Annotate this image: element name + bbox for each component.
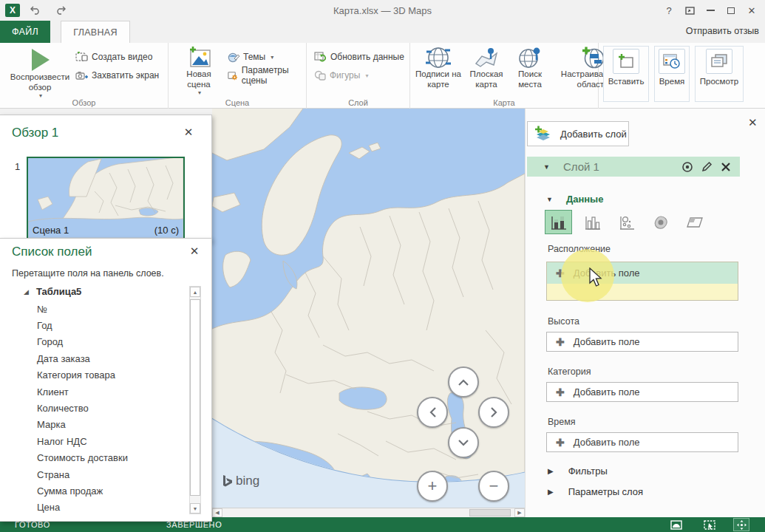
layer-pane-close-button[interactable]: ✕ — [748, 116, 758, 129]
layer-visibility-button[interactable] — [679, 162, 696, 172]
viz-stacked-column-button[interactable] — [545, 210, 572, 234]
viz-heatmap-button[interactable] — [647, 210, 674, 234]
refresh-data-label: Обновить данные — [330, 52, 404, 62]
capture-screen-label: Захватить экран — [92, 70, 159, 81]
field-item[interactable]: Стоимость доставки — [37, 450, 177, 466]
add-field-plus-icon: ✚ — [556, 336, 565, 348]
layer-header[interactable]: ▼ Слой 1 — [527, 157, 740, 177]
pan-down-button[interactable] — [448, 427, 479, 458]
maximize-button[interactable] — [721, 2, 741, 18]
map-labels-button[interactable]: Подписи на карте — [415, 46, 462, 89]
clustered-column-icon — [585, 215, 601, 230]
create-video-button[interactable]: Создать видео — [75, 50, 159, 64]
filters-expander[interactable]: ▶ Фильтры — [527, 466, 608, 477]
viz-bubble-button[interactable] — [613, 210, 640, 234]
data-section-label: Данные — [566, 194, 604, 205]
field-list-hint: Перетащите поля на панель слоев. — [12, 268, 164, 279]
viz-region-button[interactable] — [681, 210, 708, 234]
field-item[interactable]: Налог НДС — [37, 433, 177, 449]
time-button[interactable]: Время — [654, 46, 690, 102]
shapes-button[interactable]: Фигуры ▾ — [314, 68, 404, 83]
scrollbar-thumb[interactable] — [469, 509, 511, 516]
pan-move-icon — [736, 519, 747, 531]
redo-button[interactable] — [51, 3, 70, 18]
tour-panel-close-button[interactable]: ✕ — [182, 126, 195, 139]
layer-options-expander[interactable]: ▶ Параметры слоя — [527, 486, 643, 497]
field-item[interactable]: Страна — [37, 466, 177, 482]
field-item[interactable]: Количество — [37, 400, 177, 416]
preview-button[interactable]: Просмотр — [695, 46, 744, 102]
field-item[interactable]: Марка — [37, 417, 177, 433]
status-select-button[interactable] — [702, 519, 717, 531]
viz-clustered-column-button[interactable] — [579, 210, 606, 234]
excel-logo-icon: X — [5, 4, 20, 17]
restore-window-button[interactable] — [679, 2, 700, 18]
layer-rename-button[interactable] — [698, 161, 715, 172]
scroll-left-button[interactable]: ◀ — [212, 508, 222, 517]
find-location-label: Поиск места — [511, 69, 549, 89]
zoom-out-button[interactable]: − — [478, 471, 509, 502]
drop-zone-height[interactable]: ✚ Добавить поле — [546, 332, 738, 352]
drop-zone-time[interactable]: ✚ Добавить поле — [546, 432, 738, 452]
insert-scene-button[interactable]: Вставить — [603, 46, 649, 102]
close-icon — [721, 162, 731, 172]
map-horizontal-scrollbar[interactable]: ◀ ▶ — [212, 508, 525, 517]
play-icon — [29, 47, 51, 72]
new-scene-button[interactable]: Новая сцена ▾ — [176, 46, 222, 97]
scene-thumbnail[interactable]: Сцена 1 (10 с) — [27, 157, 185, 239]
field-item[interactable]: Дата заказа — [37, 350, 177, 366]
layer-delete-button[interactable] — [718, 162, 734, 172]
scroll-up-button[interactable]: ▲ — [190, 287, 200, 297]
field-item[interactable]: Категория товара — [37, 367, 177, 383]
help-button[interactable]: ? — [659, 2, 679, 18]
drop-zone-category[interactable]: ✚ Добавить поле — [546, 382, 738, 402]
status-pan-button[interactable] — [734, 519, 749, 531]
field-item[interactable]: № — [37, 301, 177, 317]
scroll-right-button[interactable]: ▶ — [514, 508, 525, 517]
field-list-close-button[interactable]: ✕ — [188, 245, 201, 258]
find-location-button[interactable]: Поиск места — [511, 46, 549, 89]
expand-icon: ▶ — [548, 467, 554, 475]
window-title: Карта.xlsx — 3D Maps — [0, 5, 765, 16]
field-list-scrollbar[interactable]: ▲ ▼ — [189, 286, 201, 514]
table-tree-node[interactable]: ◢ Таблица5 — [24, 286, 81, 297]
undo-icon — [30, 6, 41, 15]
field-item[interactable]: Клиент — [37, 383, 177, 400]
refresh-data-button[interactable]: Обновить данные — [314, 50, 404, 64]
flat-map-button[interactable]: Плоская карта — [464, 46, 509, 89]
tab-file[interactable]: ФАЙЛ — [0, 21, 50, 43]
field-item[interactable]: Сумма продаж — [37, 482, 177, 499]
scrollbar-thumb[interactable] — [190, 299, 200, 496]
add-field-plus-icon: ✚ — [556, 386, 565, 398]
play-tour-label: Воспроизвести обзор — [4, 72, 75, 92]
pan-up-button[interactable] — [448, 366, 479, 398]
scroll-down-button[interactable]: ▼ — [190, 503, 200, 514]
minimize-button[interactable] — [700, 2, 721, 18]
new-scene-label: Новая сцена — [176, 69, 222, 89]
pan-right-button[interactable] — [478, 397, 509, 428]
status-flat-view-button[interactable] — [669, 519, 684, 531]
undo-button[interactable] — [26, 3, 45, 18]
themes-button[interactable]: Темы ▾ — [228, 50, 306, 64]
collapse-icon: ▼ — [543, 163, 550, 171]
play-tour-button[interactable]: Воспроизвести обзор ▾ — [4, 47, 75, 100]
send-feedback-link[interactable]: Отправить отзыв — [686, 26, 759, 36]
ribbon-group-scene-tools: Вставить Время Просмотр — [599, 43, 765, 109]
video-icon — [75, 52, 88, 62]
field-item[interactable]: Цена — [37, 499, 177, 516]
tab-home[interactable]: ГЛАВНАЯ — [61, 21, 130, 43]
data-section-header[interactable]: ▼ Данные — [527, 194, 603, 205]
region-icon — [686, 215, 704, 230]
bing-icon — [222, 475, 233, 488]
field-item[interactable]: Город — [37, 334, 177, 350]
capture-screen-button[interactable]: Захватить экран — [75, 68, 159, 83]
zoom-in-button[interactable]: + — [417, 471, 448, 502]
map-viewport[interactable]: + − bing ◀ ▶ — [212, 109, 525, 517]
add-layer-button[interactable]: Добавить слой — [527, 121, 629, 146]
layer-pane: Добавить слой ✕ ▼ Слой 1 ▼ Данные — [525, 109, 765, 517]
pan-left-button[interactable] — [417, 397, 448, 428]
redo-icon — [55, 6, 66, 15]
close-window-button[interactable]: ✕ — [741, 2, 762, 18]
field-item[interactable]: Год — [37, 317, 177, 333]
scene-options-button[interactable]: Параметры сцены — [228, 68, 306, 83]
